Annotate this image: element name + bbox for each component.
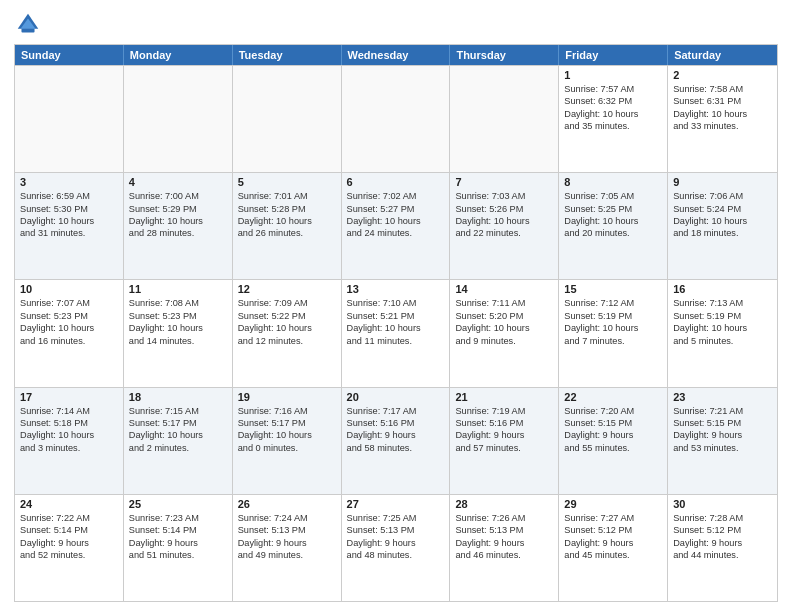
cell-info-line: and 24 minutes. xyxy=(347,227,445,239)
calendar-cell: 19Sunrise: 7:16 AMSunset: 5:17 PMDayligh… xyxy=(233,388,342,494)
calendar-row: 17Sunrise: 7:14 AMSunset: 5:18 PMDayligh… xyxy=(15,387,777,494)
day-number: 26 xyxy=(238,498,336,510)
day-number: 9 xyxy=(673,176,772,188)
cell-info-line: Daylight: 9 hours xyxy=(238,537,336,549)
logo-icon xyxy=(14,10,42,38)
cell-info-line: Sunset: 5:21 PM xyxy=(347,310,445,322)
calendar-row: 10Sunrise: 7:07 AMSunset: 5:23 PMDayligh… xyxy=(15,279,777,386)
day-number: 19 xyxy=(238,391,336,403)
calendar-cell: 21Sunrise: 7:19 AMSunset: 5:16 PMDayligh… xyxy=(450,388,559,494)
cell-info-line: and 45 minutes. xyxy=(564,549,662,561)
day-number: 25 xyxy=(129,498,227,510)
cell-info-line: Sunset: 5:15 PM xyxy=(673,417,772,429)
cell-info-line: Sunset: 5:26 PM xyxy=(455,203,553,215)
calendar-cell: 14Sunrise: 7:11 AMSunset: 5:20 PMDayligh… xyxy=(450,280,559,386)
page-container: SundayMondayTuesdayWednesdayThursdayFrid… xyxy=(0,0,792,612)
day-number: 13 xyxy=(347,283,445,295)
cell-info-line: Daylight: 9 hours xyxy=(129,537,227,549)
cell-info-line: Daylight: 10 hours xyxy=(347,322,445,334)
cell-info-line: and 3 minutes. xyxy=(20,442,118,454)
calendar-row: 1Sunrise: 7:57 AMSunset: 6:32 PMDaylight… xyxy=(15,65,777,172)
day-number: 30 xyxy=(673,498,772,510)
cell-info-line: Daylight: 9 hours xyxy=(564,537,662,549)
cell-info-line: Sunset: 5:16 PM xyxy=(455,417,553,429)
calendar-header: SundayMondayTuesdayWednesdayThursdayFrid… xyxy=(15,45,777,65)
calendar-cell: 12Sunrise: 7:09 AMSunset: 5:22 PMDayligh… xyxy=(233,280,342,386)
cell-info-line: and 35 minutes. xyxy=(564,120,662,132)
cell-info-line: and 22 minutes. xyxy=(455,227,553,239)
calendar-cell: 16Sunrise: 7:13 AMSunset: 5:19 PMDayligh… xyxy=(668,280,777,386)
cell-info-line: and 14 minutes. xyxy=(129,335,227,347)
cell-info-line: Sunset: 6:31 PM xyxy=(673,95,772,107)
calendar-cell xyxy=(450,66,559,172)
day-number: 20 xyxy=(347,391,445,403)
cell-info-line: and 46 minutes. xyxy=(455,549,553,561)
cell-info-line: Daylight: 9 hours xyxy=(20,537,118,549)
cell-info-line: Sunset: 5:22 PM xyxy=(238,310,336,322)
cell-info-line: Daylight: 10 hours xyxy=(564,322,662,334)
day-number: 8 xyxy=(564,176,662,188)
cell-info-line: Sunrise: 7:15 AM xyxy=(129,405,227,417)
calendar-cell: 23Sunrise: 7:21 AMSunset: 5:15 PMDayligh… xyxy=(668,388,777,494)
day-number: 28 xyxy=(455,498,553,510)
cell-info-line: and 55 minutes. xyxy=(564,442,662,454)
calendar-cell: 25Sunrise: 7:23 AMSunset: 5:14 PMDayligh… xyxy=(124,495,233,601)
cell-info-line: Daylight: 10 hours xyxy=(20,322,118,334)
svg-rect-2 xyxy=(21,29,34,33)
cell-info-line: Sunrise: 7:27 AM xyxy=(564,512,662,524)
calendar-cell: 29Sunrise: 7:27 AMSunset: 5:12 PMDayligh… xyxy=(559,495,668,601)
cell-info-line: Sunset: 5:19 PM xyxy=(673,310,772,322)
cell-info-line: Sunset: 5:30 PM xyxy=(20,203,118,215)
calendar-cell: 13Sunrise: 7:10 AMSunset: 5:21 PMDayligh… xyxy=(342,280,451,386)
cell-info-line: and 48 minutes. xyxy=(347,549,445,561)
cell-info-line: Sunset: 5:29 PM xyxy=(129,203,227,215)
calendar-cell: 5Sunrise: 7:01 AMSunset: 5:28 PMDaylight… xyxy=(233,173,342,279)
cell-info-line: Sunset: 5:12 PM xyxy=(564,524,662,536)
cell-info-line: Sunset: 5:14 PM xyxy=(129,524,227,536)
cell-info-line: and 52 minutes. xyxy=(20,549,118,561)
weekday-header: Saturday xyxy=(668,45,777,65)
cell-info-line: Daylight: 10 hours xyxy=(673,108,772,120)
cell-info-line: Daylight: 10 hours xyxy=(347,215,445,227)
cell-info-line: Daylight: 10 hours xyxy=(20,215,118,227)
calendar-cell: 11Sunrise: 7:08 AMSunset: 5:23 PMDayligh… xyxy=(124,280,233,386)
calendar-cell: 15Sunrise: 7:12 AMSunset: 5:19 PMDayligh… xyxy=(559,280,668,386)
cell-info-line: Daylight: 9 hours xyxy=(455,429,553,441)
cell-info-line: Sunrise: 7:11 AM xyxy=(455,297,553,309)
cell-info-line: Sunrise: 7:24 AM xyxy=(238,512,336,524)
calendar-cell: 2Sunrise: 7:58 AMSunset: 6:31 PMDaylight… xyxy=(668,66,777,172)
calendar-body: 1Sunrise: 7:57 AMSunset: 6:32 PMDaylight… xyxy=(15,65,777,601)
cell-info-line: and 16 minutes. xyxy=(20,335,118,347)
day-number: 1 xyxy=(564,69,662,81)
cell-info-line: Sunset: 5:15 PM xyxy=(564,417,662,429)
calendar-cell: 20Sunrise: 7:17 AMSunset: 5:16 PMDayligh… xyxy=(342,388,451,494)
cell-info-line: Sunrise: 7:16 AM xyxy=(238,405,336,417)
day-number: 22 xyxy=(564,391,662,403)
cell-info-line: and 44 minutes. xyxy=(673,549,772,561)
cell-info-line: Sunset: 5:19 PM xyxy=(564,310,662,322)
cell-info-line: Sunrise: 7:05 AM xyxy=(564,190,662,202)
cell-info-line: and 33 minutes. xyxy=(673,120,772,132)
cell-info-line: Daylight: 10 hours xyxy=(129,322,227,334)
cell-info-line: Daylight: 9 hours xyxy=(673,429,772,441)
cell-info-line: and 28 minutes. xyxy=(129,227,227,239)
cell-info-line: Daylight: 10 hours xyxy=(673,322,772,334)
day-number: 6 xyxy=(347,176,445,188)
cell-info-line: and 26 minutes. xyxy=(238,227,336,239)
cell-info-line: and 0 minutes. xyxy=(238,442,336,454)
day-number: 2 xyxy=(673,69,772,81)
page-header xyxy=(14,10,778,38)
day-number: 10 xyxy=(20,283,118,295)
calendar-cell xyxy=(15,66,124,172)
cell-info-line: Sunset: 5:24 PM xyxy=(673,203,772,215)
day-number: 17 xyxy=(20,391,118,403)
cell-info-line: Sunrise: 7:02 AM xyxy=(347,190,445,202)
cell-info-line: Sunrise: 7:06 AM xyxy=(673,190,772,202)
day-number: 5 xyxy=(238,176,336,188)
cell-info-line: Sunrise: 7:25 AM xyxy=(347,512,445,524)
calendar-cell xyxy=(124,66,233,172)
cell-info-line: Sunset: 5:13 PM xyxy=(455,524,553,536)
cell-info-line: Daylight: 10 hours xyxy=(564,108,662,120)
cell-info-line: and 58 minutes. xyxy=(347,442,445,454)
cell-info-line: Sunrise: 6:59 AM xyxy=(20,190,118,202)
